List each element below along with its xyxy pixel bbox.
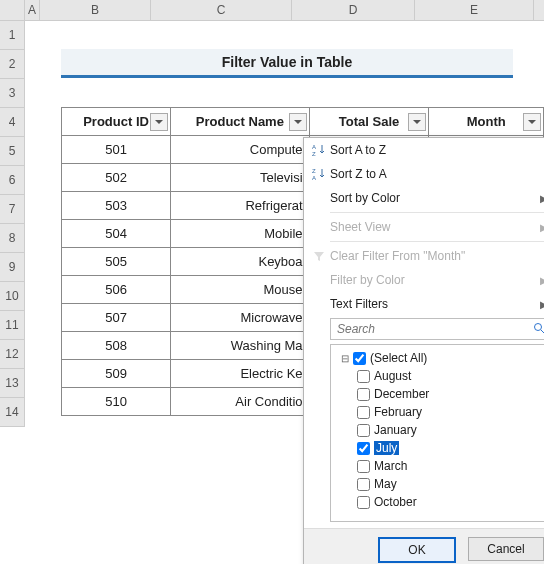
checkbox[interactable] (357, 370, 370, 383)
cell-product-id[interactable]: 506 (62, 276, 171, 304)
filter-item-december[interactable]: December (335, 385, 544, 403)
th-product-id[interactable]: Product ID (62, 108, 171, 136)
col-header-c[interactable]: C (151, 0, 292, 20)
filter-values-tree[interactable]: ⊟(Select All) August December February J… (330, 344, 544, 522)
cell-product-name[interactable]: Mouse (171, 276, 309, 304)
row-header[interactable]: 11 (0, 311, 24, 340)
cell-product-name[interactable]: Mobile (171, 220, 309, 248)
checkbox[interactable] (357, 388, 370, 401)
cell-product-name[interactable]: Electric Ke (171, 360, 309, 388)
cell-product-name[interactable]: Microwave (171, 304, 309, 332)
row-header[interactable]: 9 (0, 253, 24, 282)
cell-product-id[interactable]: 502 (62, 164, 171, 192)
filter-item-label: (Select All) (370, 351, 427, 365)
cancel-button[interactable]: Cancel (468, 537, 544, 561)
cell-product-id[interactable]: 505 (62, 248, 171, 276)
row-header[interactable]: 4 (0, 108, 24, 137)
checkbox[interactable] (353, 352, 366, 365)
menu-clear-filter: Clear Filter From "Month" (304, 244, 544, 268)
menu-label: Sort Z to A (330, 167, 544, 181)
cell-product-id[interactable]: 507 (62, 304, 171, 332)
th-label: Total Sale (339, 114, 399, 129)
col-header-a[interactable]: A (25, 0, 40, 20)
checkbox[interactable] (357, 460, 370, 473)
checkbox[interactable] (357, 424, 370, 437)
cell-product-id[interactable]: 509 (62, 360, 171, 388)
filter-item-select-all[interactable]: ⊟(Select All) (335, 349, 544, 367)
filter-item-august[interactable]: August (335, 367, 544, 385)
sort-az-icon: AZ (308, 143, 330, 157)
th-product-name[interactable]: Product Name (171, 108, 309, 136)
cell-product-id[interactable]: 501 (62, 136, 171, 164)
row-header[interactable]: 10 (0, 282, 24, 311)
menu-filter-by-color: Filter by Color ▶ (304, 268, 544, 292)
filter-menu-actions: OK Cancel (304, 528, 544, 564)
checkbox[interactable] (357, 478, 370, 491)
svg-text:Z: Z (312, 168, 316, 174)
cell-product-name[interactable]: Washing Ma (171, 332, 309, 360)
checkbox[interactable] (357, 442, 370, 455)
filter-item-label: March (374, 459, 407, 473)
filter-menu: AZ Sort A to Z ZA Sort Z to A Sort by Co… (303, 137, 544, 564)
search-input[interactable] (335, 321, 533, 337)
select-all-corner[interactable] (0, 0, 25, 20)
filter-item-label: May (374, 477, 397, 491)
row-header[interactable]: 6 (0, 166, 24, 195)
filter-item-label: February (374, 405, 422, 419)
checkbox[interactable] (357, 496, 370, 509)
th-month[interactable]: Month (429, 108, 544, 136)
cell-product-name[interactable]: Keyboa (171, 248, 309, 276)
row-header[interactable]: 14 (0, 398, 24, 427)
cell-product-id[interactable]: 503 (62, 192, 171, 220)
svg-point-4 (535, 323, 542, 330)
filter-item-january[interactable]: January (335, 421, 544, 439)
menu-text-filters[interactable]: Text Filters ▶ (304, 292, 544, 316)
cell-product-id[interactable]: 510 (62, 388, 171, 416)
checkbox[interactable] (357, 406, 370, 419)
filter-button[interactable] (408, 113, 426, 131)
filter-item-march[interactable]: March (335, 457, 544, 475)
filter-item-label: July (374, 441, 399, 455)
row-header[interactable]: 5 (0, 137, 24, 166)
row-header[interactable]: 1 (0, 21, 24, 50)
cell-product-name[interactable]: Air Conditio (171, 388, 309, 416)
filter-search-box[interactable] (330, 318, 544, 340)
filter-item-label: August (374, 369, 411, 383)
filter-item-may[interactable]: May (335, 475, 544, 493)
menu-sort-az[interactable]: AZ Sort A to Z (304, 138, 544, 162)
worksheet-area[interactable]: Filter Value in Table Product ID Product… (25, 21, 544, 427)
submenu-arrow-icon: ▶ (540, 275, 544, 286)
row-header[interactable]: 12 (0, 340, 24, 369)
cell-product-name[interactable]: Refrigerat (171, 192, 309, 220)
filter-item-label: January (374, 423, 417, 437)
row-header[interactable]: 13 (0, 369, 24, 398)
menu-sort-za[interactable]: ZA Sort Z to A (304, 162, 544, 186)
cell-product-id[interactable]: 504 (62, 220, 171, 248)
cell-product-id[interactable]: 508 (62, 332, 171, 360)
col-header-b[interactable]: B (40, 0, 151, 20)
filter-item-july[interactable]: July (335, 439, 544, 457)
search-icon (533, 322, 544, 337)
row-header[interactable]: 7 (0, 195, 24, 224)
col-header-d[interactable]: D (292, 0, 415, 20)
filter-button[interactable] (289, 113, 307, 131)
cell-product-name[interactable]: Compute (171, 136, 309, 164)
page-title: Filter Value in Table (61, 49, 513, 78)
col-header-e[interactable]: E (415, 0, 534, 20)
row-header[interactable]: 2 (0, 50, 24, 79)
filter-item-february[interactable]: February (335, 403, 544, 421)
svg-text:A: A (312, 144, 316, 150)
menu-separator (330, 241, 544, 242)
filter-item-october[interactable]: October (335, 493, 544, 511)
menu-sort-by-color[interactable]: Sort by Color ▶ (304, 186, 544, 210)
th-total-sale[interactable]: Total Sale (309, 108, 429, 136)
row-header[interactable]: 3 (0, 79, 24, 108)
cell-product-name[interactable]: Televisi (171, 164, 309, 192)
filter-button[interactable] (150, 113, 168, 131)
clear-filter-icon (308, 249, 330, 263)
row-header[interactable]: 8 (0, 224, 24, 253)
filter-button[interactable] (523, 113, 541, 131)
ok-button[interactable]: OK (378, 537, 456, 563)
sort-za-icon: ZA (308, 167, 330, 181)
submenu-arrow-icon: ▶ (540, 193, 544, 204)
